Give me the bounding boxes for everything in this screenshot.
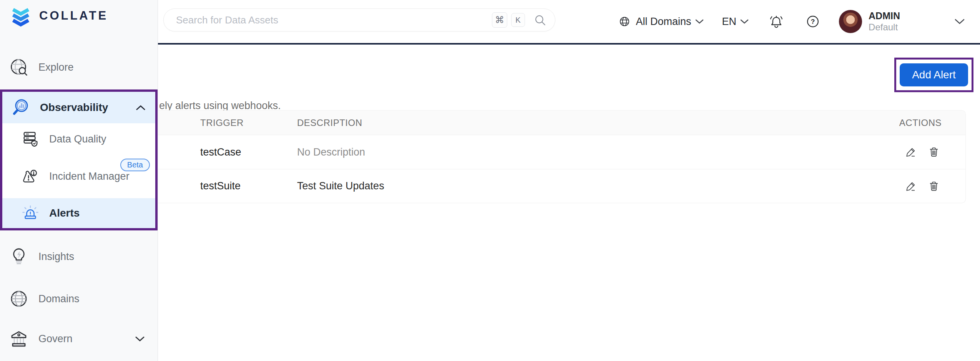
table-row[interactable]: testSuite Test Suite Updates [158, 169, 965, 203]
insights-icon [9, 247, 28, 266]
command-key-icon: ⌘ [492, 12, 507, 28]
notifications-bell-icon[interactable] [769, 13, 784, 30]
chevron-down-icon [695, 19, 704, 24]
sidebar-item-label: Insights [38, 251, 74, 263]
alerts-table: TRIGGER DESCRIPTION ACTIONS testCase No … [158, 110, 966, 203]
chevron-down-icon [740, 19, 749, 24]
sidebar-item-label: Domains [38, 293, 80, 305]
sidebar-item-label: Govern [38, 333, 73, 345]
annotation-box-add-alert: Add Alert [894, 58, 973, 92]
sidebar-item-domains[interactable]: Domains [0, 283, 158, 314]
sidebar-item-alerts[interactable]: Alerts [2, 198, 155, 228]
sidebar-item-label: Observability [40, 101, 108, 114]
sidebar-item-insights[interactable]: Insights [0, 241, 158, 272]
user-name: ADMIN [869, 10, 900, 22]
search-input[interactable] [176, 14, 488, 26]
observability-icon [11, 98, 30, 117]
svg-text:?: ? [811, 18, 815, 25]
table-row[interactable]: testCase No Description [158, 135, 965, 169]
sidebar-item-incident-manager[interactable]: Beta Incident Manager [2, 155, 155, 198]
beta-badge: Beta [120, 159, 150, 171]
column-header-actions: ACTIONS [858, 118, 965, 128]
add-alert-button[interactable]: Add Alert [900, 63, 968, 86]
search-icon[interactable] [533, 13, 546, 26]
collate-logo[interactable]: COLLATE [8, 5, 108, 27]
chevron-down-icon[interactable] [135, 336, 145, 342]
domains-icon [9, 289, 28, 308]
edit-icon[interactable] [905, 180, 917, 192]
alerts-icon [22, 204, 39, 222]
k-key-icon: K [511, 13, 525, 27]
user-avatar[interactable] [839, 10, 862, 33]
sidebar-item-govern[interactable]: Govern [0, 323, 158, 354]
help-icon[interactable]: ? [806, 14, 820, 29]
language-selector[interactable]: EN [722, 16, 749, 28]
user-info[interactable]: ADMIN Default [869, 10, 900, 33]
sidebar-item-label: Data Quality [49, 133, 106, 145]
globe-icon [618, 15, 631, 28]
user-menu-chevron-icon[interactable] [955, 18, 965, 25]
actions-cell [858, 146, 965, 158]
chevron-up-icon[interactable] [136, 105, 145, 111]
brand-name: COLLATE [39, 9, 108, 23]
column-header-description: DESCRIPTION [297, 118, 858, 128]
language-label: EN [722, 16, 737, 28]
explore-icon [9, 58, 28, 77]
edit-icon[interactable] [905, 146, 917, 158]
description-cell: Test Suite Updates [297, 180, 858, 192]
sidebar-item-label: Incident Manager [49, 171, 130, 182]
data-quality-icon [22, 130, 39, 148]
delete-icon[interactable] [928, 180, 940, 192]
actions-cell [858, 180, 965, 192]
user-team: Default [869, 22, 900, 33]
sidebar-item-label: Alerts [49, 207, 80, 219]
sidebar-item-observability[interactable]: Observability [2, 92, 155, 123]
trigger-cell: testCase [158, 146, 297, 158]
sidebar-item-explore[interactable]: Explore [0, 52, 158, 83]
sidebar: COLLATE Explore [0, 0, 158, 361]
global-search-bar[interactable]: ⌘ K [163, 8, 555, 31]
domain-selector[interactable]: All Domains [618, 15, 704, 28]
column-header-trigger: TRIGGER [158, 118, 297, 128]
collate-logo-icon [8, 5, 33, 27]
description-cell: No Description [297, 146, 858, 158]
sidebar-item-data-quality[interactable]: Data Quality [2, 123, 155, 155]
app-window: ⌘ K All Domains [0, 0, 980, 361]
header-right-controls: All Domains EN [618, 0, 980, 43]
govern-icon [9, 329, 28, 348]
annotation-box-observability: Observability Dat [0, 89, 158, 230]
trigger-cell: testSuite [158, 180, 297, 192]
delete-icon[interactable] [928, 146, 940, 158]
incident-manager-icon [22, 168, 39, 185]
all-domains-label: All Domains [636, 16, 691, 28]
table-header: TRIGGER DESCRIPTION ACTIONS [158, 111, 965, 135]
sidebar-item-label: Explore [38, 61, 74, 73]
